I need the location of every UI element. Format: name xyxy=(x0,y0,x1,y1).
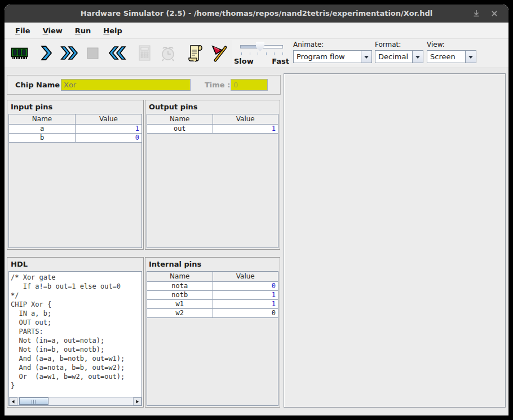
scroll-right-icon[interactable] xyxy=(133,397,141,405)
output-pins-title: Output pins xyxy=(145,100,280,113)
pin-value-cell[interactable]: 0 xyxy=(213,281,278,290)
alarm-clock-icon xyxy=(158,43,178,63)
breakpoints-button[interactable] xyxy=(207,41,232,65)
scrollbar-track[interactable] xyxy=(17,397,133,405)
speed-slider-ticks xyxy=(241,52,283,55)
main-content: Chip Name : Xor Time : 0 Input pins Name… xyxy=(5,68,508,415)
column-header-name[interactable]: Name xyxy=(147,114,213,124)
pin-row: out1 xyxy=(147,124,278,133)
menu-run[interactable]: Run xyxy=(70,24,96,37)
rewind-icon xyxy=(108,43,127,63)
format-group: Format: Decimal xyxy=(375,41,423,63)
hdl-code[interactable]: /* Xor gate If a!=b out=1 else out=0 */ … xyxy=(9,272,141,397)
speed-slider-thumb[interactable] xyxy=(256,42,264,51)
view-label: View: xyxy=(427,41,476,48)
input-pins-title: Input pins xyxy=(7,100,143,113)
pin-name-cell: w1 xyxy=(147,299,213,308)
chevron-down-icon[interactable] xyxy=(412,51,423,63)
slow-label: Slow xyxy=(234,57,254,65)
view-group: View: Screen xyxy=(427,41,476,63)
output-pins-panel: Output pins Name Value out1 xyxy=(145,100,280,250)
output-pins-table: Name Value out1 xyxy=(147,114,278,134)
pin-name-cell: w2 xyxy=(147,308,213,317)
scrollbar-thumb[interactable] xyxy=(19,397,48,405)
input-pins-panel: Input pins Name Value a1b0 xyxy=(7,100,144,250)
chevron-down-icon[interactable] xyxy=(465,51,476,63)
pin-name-cell: nota xyxy=(147,281,213,290)
pin-row: w11 xyxy=(147,299,278,308)
output-pins-scrollpane: Name Value out1 xyxy=(147,114,278,248)
menu-help[interactable]: Help xyxy=(98,24,127,37)
calculator-icon xyxy=(135,43,154,63)
pin-row: b0 xyxy=(9,133,141,142)
hdl-title: HDL xyxy=(7,258,143,271)
fast-forward-icon xyxy=(60,43,79,63)
toolbar: Slow Fast Animate: Program flow Format: … xyxy=(5,39,508,68)
pin-value-cell[interactable]: 1 xyxy=(213,290,278,299)
hdl-view: /* Xor gate If a!=b out=1 else out=0 */ … xyxy=(8,271,142,406)
speed-slider-group: Slow Fast xyxy=(232,40,291,67)
internal-pins-panel: Internal pins Name Value nota0notb1w11w2… xyxy=(145,257,280,408)
pin-row: w20 xyxy=(147,308,278,317)
pin-value-cell[interactable]: 1 xyxy=(213,124,278,133)
red-flag-icon xyxy=(210,43,229,63)
chip-icon xyxy=(10,43,29,63)
pin-name-cell: a xyxy=(9,124,76,133)
time-label: Time : xyxy=(205,81,230,89)
minimize-icon[interactable] xyxy=(471,8,481,19)
calculator-button[interactable] xyxy=(132,41,157,65)
title-bar: Hardware Simulator (2.5) - /home/thomas/… xyxy=(5,5,508,23)
menu-view[interactable]: View xyxy=(38,24,68,37)
column-header-value[interactable]: Value xyxy=(76,114,142,124)
pin-value-cell[interactable]: 1 xyxy=(76,124,142,133)
hdl-panel: HDL /* Xor gate If a!=b out=1 else out=0… xyxy=(7,257,144,408)
pin-value-cell[interactable]: 0 xyxy=(213,308,278,317)
column-header-value[interactable]: Value xyxy=(213,114,278,124)
column-header-name[interactable]: Name xyxy=(147,272,213,281)
pin-value-cell[interactable]: 1 xyxy=(213,299,278,308)
format-value: Decimal xyxy=(375,51,412,63)
pin-row: nota0 xyxy=(147,281,278,290)
close-icon[interactable] xyxy=(489,8,499,19)
chevron-down-icon[interactable] xyxy=(361,51,372,63)
clock-button[interactable] xyxy=(156,41,180,65)
internal-pins-table: Name Value nota0notb1w11w20 xyxy=(147,272,278,318)
step-forward-icon xyxy=(37,43,56,63)
stop-icon xyxy=(83,43,102,63)
pin-row: a1 xyxy=(9,124,141,133)
chip-name-bar: Chip Name : Xor Time : 0 xyxy=(7,75,281,95)
load-script-button[interactable] xyxy=(183,41,207,65)
view-select[interactable]: Screen xyxy=(427,50,476,63)
internal-pins-scrollpane: Name Value nota0notb1w11w20 xyxy=(147,271,278,406)
scroll-left-icon[interactable] xyxy=(9,397,17,405)
format-label: Format: xyxy=(375,41,423,48)
view-value: Screen xyxy=(427,51,465,63)
single-step-button[interactable] xyxy=(34,41,59,65)
time-field: 0 xyxy=(231,79,268,91)
menu-bar: File View Run Help xyxy=(5,23,508,39)
animate-select[interactable]: Program flow xyxy=(293,50,372,63)
animate-group: Animate: Program flow xyxy=(293,41,372,63)
stop-button[interactable] xyxy=(80,41,105,65)
screen-view-panel xyxy=(284,73,506,408)
app-window: Hardware Simulator (2.5) - /home/thomas/… xyxy=(5,5,508,415)
pin-value-cell[interactable]: 0 xyxy=(76,133,142,142)
input-pins-scrollpane: Name Value a1b0 xyxy=(8,114,142,248)
fast-label: Fast xyxy=(272,57,289,65)
input-pins-table: Name Value a1b0 xyxy=(9,114,141,143)
column-header-name[interactable]: Name xyxy=(9,114,76,124)
reset-button[interactable] xyxy=(105,41,130,65)
hdl-horizontal-scrollbar[interactable] xyxy=(9,397,141,405)
chip-name-field[interactable]: Xor xyxy=(61,79,191,91)
animate-label: Animate: xyxy=(293,41,372,48)
chip-name-label: Chip Name : xyxy=(15,81,65,89)
window-title: Hardware Simulator (2.5) - /home/thomas/… xyxy=(5,5,508,23)
pin-row: notb1 xyxy=(147,290,278,299)
internal-pins-title: Internal pins xyxy=(145,258,280,271)
load-chip-button[interactable] xyxy=(7,41,32,65)
format-select[interactable]: Decimal xyxy=(375,50,423,63)
column-header-value[interactable]: Value xyxy=(213,272,278,281)
pin-name-cell: notb xyxy=(147,290,213,299)
run-button[interactable] xyxy=(57,41,82,65)
menu-file[interactable]: File xyxy=(10,24,36,37)
